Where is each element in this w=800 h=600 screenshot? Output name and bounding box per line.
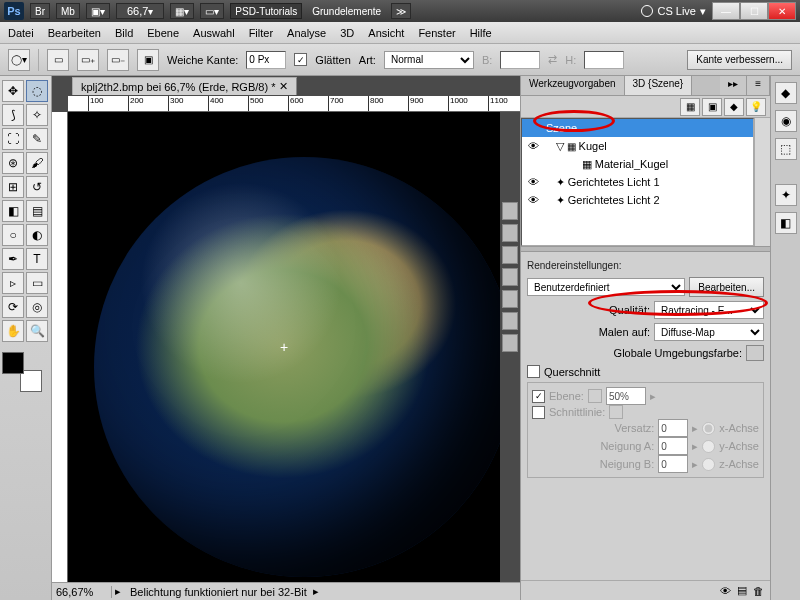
dock-icon[interactable] bbox=[502, 246, 518, 264]
scene-row-light1[interactable]: 👁✦ Gerichtetes Licht 1 bbox=[522, 173, 753, 191]
minibridge-button[interactable]: Mb bbox=[56, 3, 80, 19]
scene-row-kugel[interactable]: 👁▽ ▦ Kugel bbox=[522, 137, 753, 155]
zoom-dropdown[interactable]: 66,7 ▾ bbox=[116, 3, 164, 19]
filter-light-icon[interactable]: 💡 bbox=[746, 98, 766, 116]
global-env-color[interactable] bbox=[746, 345, 764, 361]
lasso-tool[interactable]: ⟆ bbox=[2, 104, 24, 126]
refine-edge-button[interactable]: Kante verbessern... bbox=[687, 50, 792, 70]
menu-bild[interactable]: Bild bbox=[115, 27, 133, 39]
delete-icon[interactable]: 🗑 bbox=[753, 585, 764, 597]
shape-tool[interactable]: ▭ bbox=[26, 272, 48, 294]
scene-row-szene[interactable]: Szene bbox=[522, 119, 753, 137]
path-tool[interactable]: ▹ bbox=[2, 272, 24, 294]
scene-tree[interactable]: Szene 👁▽ ▦ Kugel ▦ Material_Kugel 👁✦ Ger… bbox=[521, 118, 754, 246]
menu-auswahl[interactable]: Auswahl bbox=[193, 27, 235, 39]
close-button[interactable]: ✕ bbox=[768, 2, 796, 20]
close-tab-icon[interactable]: ✕ bbox=[279, 80, 288, 93]
maximize-button[interactable]: ☐ bbox=[740, 2, 768, 20]
foreground-color[interactable] bbox=[2, 352, 24, 374]
type-tool[interactable]: T bbox=[26, 248, 48, 270]
3d-rotate-tool[interactable]: ⟳ bbox=[2, 296, 24, 318]
healing-tool[interactable]: ⊛ bbox=[2, 152, 24, 174]
eyedropper-tool[interactable]: ✎ bbox=[26, 128, 48, 150]
document-tab[interactable]: kplj2th2.bmp bei 66,7% (Erde, RGB/8) *✕ bbox=[72, 77, 297, 95]
zoom-status[interactable]: 66,67% bbox=[52, 586, 112, 598]
new-light-icon[interactable]: ▤ bbox=[737, 584, 747, 597]
tab-3d-szene[interactable]: 3D {Szene} bbox=[625, 76, 693, 95]
antialias-checkbox[interactable] bbox=[294, 53, 307, 66]
menu-analyse[interactable]: Analyse bbox=[287, 27, 326, 39]
canvas-viewport[interactable]: + bbox=[68, 112, 500, 582]
menu-3d[interactable]: 3D bbox=[340, 27, 354, 39]
new-selection-mode[interactable]: ▭ bbox=[47, 49, 69, 71]
feather-input[interactable] bbox=[246, 51, 286, 69]
stamp-tool[interactable]: ⊞ bbox=[2, 176, 24, 198]
pen-tool[interactable]: ✒ bbox=[2, 248, 24, 270]
color-swatches[interactable] bbox=[2, 352, 42, 392]
add-selection-mode[interactable]: ▭₊ bbox=[77, 49, 99, 71]
3d-camera-tool[interactable]: ◎ bbox=[26, 296, 48, 318]
menu-fenster[interactable]: Fenster bbox=[418, 27, 455, 39]
screen-mode-button[interactable]: ▣▾ bbox=[86, 3, 110, 19]
tab-werkzeugvorgaben[interactable]: Werkzeugvorgaben bbox=[521, 76, 625, 95]
cross-section-group: Ebene:▸ Schnittlinie: Versatz:▸x-Achse N… bbox=[527, 382, 764, 478]
workspace-more[interactable]: ≫ bbox=[391, 3, 411, 19]
filter-mesh-icon[interactable]: ▣ bbox=[702, 98, 722, 116]
global-env-label: Globale Umgebungsfarbe: bbox=[614, 347, 742, 359]
dodge-tool[interactable]: ◐ bbox=[26, 224, 48, 246]
workspace-grundelemente[interactable]: Grundelemente bbox=[308, 3, 385, 19]
view-extras-button[interactable]: ▦▾ bbox=[170, 3, 194, 19]
paint-on-select[interactable]: Diffuse-Map bbox=[654, 323, 764, 341]
swap-wh-icon: ⇄ bbox=[548, 53, 557, 66]
filter-scene-icon[interactable]: ▦ bbox=[680, 98, 700, 116]
menu-ansicht[interactable]: Ansicht bbox=[368, 27, 404, 39]
panel-more-icon[interactable]: ▸▸ bbox=[720, 76, 747, 95]
dock-icon[interactable] bbox=[502, 224, 518, 242]
layers-icon[interactable]: ◆ bbox=[775, 82, 797, 104]
paths-icon[interactable]: ⬚ bbox=[775, 138, 797, 160]
workspace-psdtutorials[interactable]: PSD-Tutorials bbox=[230, 3, 302, 19]
move-tool[interactable]: ✥ bbox=[2, 80, 24, 102]
wand-tool[interactable]: ✧ bbox=[26, 104, 48, 126]
menu-datei[interactable]: Datei bbox=[8, 27, 34, 39]
dock-icon[interactable] bbox=[502, 290, 518, 308]
intersect-selection-mode[interactable]: ▣ bbox=[137, 49, 159, 71]
scene-scrollbar[interactable] bbox=[754, 118, 770, 246]
gradient-tool[interactable]: ▤ bbox=[26, 200, 48, 222]
menu-ebene[interactable]: Ebene bbox=[147, 27, 179, 39]
menu-bearbeiten[interactable]: Bearbeiten bbox=[48, 27, 101, 39]
render-preset-select[interactable]: Benutzerdefiniert bbox=[527, 278, 685, 296]
toggle-lights-icon[interactable]: 👁 bbox=[720, 585, 731, 597]
bridge-button[interactable]: Br bbox=[30, 3, 50, 19]
menu-filter[interactable]: Filter bbox=[249, 27, 273, 39]
zoom-tool[interactable]: 🔍 bbox=[26, 320, 48, 342]
channels-icon[interactable]: ◉ bbox=[775, 110, 797, 132]
minimize-button[interactable]: — bbox=[712, 2, 740, 20]
dock-icon[interactable] bbox=[502, 268, 518, 286]
scene-row-material[interactable]: ▦ Material_Kugel bbox=[522, 155, 753, 173]
cross-section-checkbox[interactable] bbox=[527, 365, 540, 378]
arrange-button[interactable]: ▭▾ bbox=[200, 3, 224, 19]
hand-tool[interactable]: ✋ bbox=[2, 320, 24, 342]
brush-tool[interactable]: 🖌 bbox=[26, 152, 48, 174]
dock-icon[interactable] bbox=[502, 312, 518, 330]
scene-row-light2[interactable]: 👁✦ Gerichtetes Licht 2 bbox=[522, 191, 753, 209]
eraser-tool[interactable]: ◧ bbox=[2, 200, 24, 222]
marquee-tool[interactable]: ◌ bbox=[26, 80, 48, 102]
menu-hilfe[interactable]: Hilfe bbox=[470, 27, 492, 39]
style-select[interactable]: Normal bbox=[384, 51, 474, 69]
blur-tool[interactable]: ○ bbox=[2, 224, 24, 246]
filter-material-icon[interactable]: ◆ bbox=[724, 98, 744, 116]
history-brush-tool[interactable]: ↺ bbox=[26, 176, 48, 198]
tool-preset-dropdown[interactable]: ◯▾ bbox=[8, 49, 30, 71]
subtract-selection-mode[interactable]: ▭₋ bbox=[107, 49, 129, 71]
cslive-button[interactable]: CS Live ▾ bbox=[641, 5, 706, 18]
panel-menu-icon[interactable]: ≡ bbox=[747, 76, 770, 95]
dock-icon[interactable] bbox=[502, 202, 518, 220]
quality-select[interactable]: Raytracing - E... bbox=[654, 301, 764, 319]
dock-icon[interactable] bbox=[502, 334, 518, 352]
adjustments-icon[interactable]: ✦ bbox=[775, 184, 797, 206]
edit-render-button[interactable]: Bearbeiten... bbox=[689, 277, 764, 297]
styles-icon[interactable]: ◧ bbox=[775, 212, 797, 234]
crop-tool[interactable]: ⛶ bbox=[2, 128, 24, 150]
